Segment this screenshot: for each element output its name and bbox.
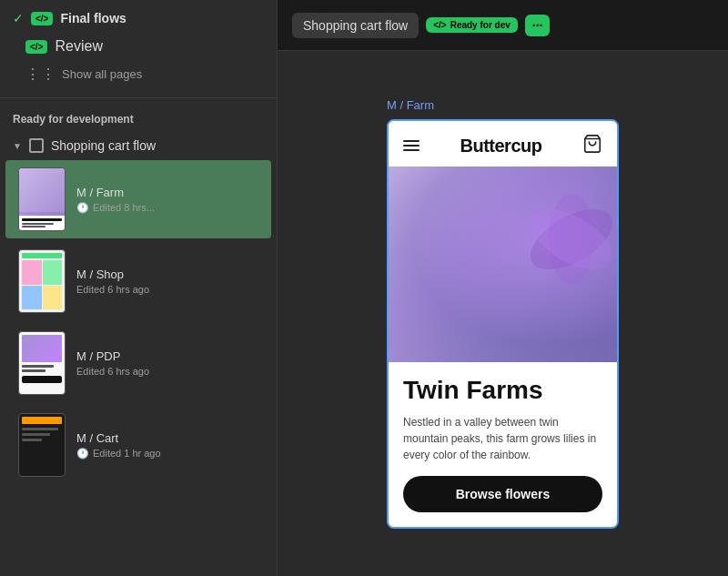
final-flows-title: Final flows: [60, 11, 126, 25]
thumb-cart-line-2: [22, 433, 50, 436]
thumb-pdp-img: [22, 335, 62, 362]
thumb-pdp-line-1: [22, 365, 54, 368]
final-flows-section: ✓ </> Final flows: [0, 0, 277, 33]
hamburger-menu-icon[interactable]: [403, 140, 420, 151]
brand-name: Buttercup: [460, 136, 542, 157]
more-options-button[interactable]: ···: [525, 15, 551, 36]
show-all-pages-label: Show all pages: [62, 67, 142, 81]
page-info-cart: M / Cart 🕐 Edited 1 hr ago: [76, 431, 161, 460]
edit-clock-icon: 🕐: [76, 202, 89, 214]
page-info-shop: M / Shop Edited 6 hrs ago: [76, 268, 149, 295]
flow-name-button[interactable]: Shopping cart flow: [292, 13, 419, 38]
dots-icon: ⋮⋮: [25, 66, 56, 83]
thumbnail-shop: [18, 249, 66, 313]
browse-flowers-button[interactable]: Browse flowers: [403, 476, 602, 512]
page-item-shop[interactable]: M / Shop Edited 6 hrs ago: [5, 242, 271, 320]
page-name-cart: M / Cart: [76, 431, 161, 445]
flow-row[interactable]: ▼ Shopping cart flow: [0, 133, 277, 158]
phone-frame: Buttercup: [387, 119, 619, 529]
cart-icon[interactable]: [582, 134, 602, 157]
canvas-wrapper: M / Farm Buttercup: [387, 98, 619, 529]
thumb-cart-line-1: [22, 428, 58, 430]
thumb-cart-line-3: [22, 439, 42, 441]
page-name-farm: M / Farm: [76, 186, 155, 199]
farm-desc: Nestled in a valley between twin mountai…: [403, 414, 602, 463]
hamburger-line-1: [403, 140, 420, 142]
hero-image: [389, 167, 617, 362]
expand-arrow-icon: ▼: [13, 141, 22, 151]
topbar: Shopping cart flow </> Ready for dev ···: [278, 0, 728, 51]
phone-header: Buttercup: [389, 121, 617, 167]
flow-label: Shopping cart flow: [51, 138, 156, 153]
thumbnail-pdp: [18, 331, 66, 395]
sidebar-item-review[interactable]: </> Review: [0, 33, 277, 60]
page-meta-shop: Edited 6 hrs ago: [76, 284, 149, 295]
thumbnail-farm: [18, 167, 66, 231]
code-badge: </>: [31, 12, 53, 25]
thumb-pdp-line-2: [22, 369, 46, 372]
page-meta-farm: 🕐 Edited 8 hrs...: [76, 202, 155, 214]
page-item-cart[interactable]: M / Cart 🕐 Edited 1 hr ago: [5, 406, 271, 484]
page-name-pdp: M / PDP: [76, 349, 149, 363]
page-item-farm[interactable]: M / Farm 🕐 Edited 8 hrs...: [5, 160, 271, 238]
sidebar: ✓ </> Final flows </> Review ⋮⋮ Show all…: [0, 0, 278, 576]
review-label: Review: [55, 38, 102, 55]
page-item-pdp[interactable]: M / PDP Edited 6 hrs ago: [5, 324, 271, 402]
ready-for-dev-label: Ready for development: [0, 102, 277, 133]
page-meta-pdp: Edited 6 hrs ago: [76, 366, 149, 377]
ready-for-dev-badge[interactable]: </> Ready for dev: [426, 17, 518, 33]
code-icon: </>: [433, 20, 446, 30]
divider: [0, 97, 277, 98]
thumb-shop-bar: [22, 253, 62, 258]
main-area: Shopping cart flow </> Ready for dev ···…: [278, 0, 728, 576]
page-meta-cart: 🕐 Edited 1 hr ago: [76, 448, 161, 460]
checkmark-icon: ✓: [13, 11, 24, 25]
hamburger-line-2: [403, 145, 420, 147]
page-info-farm: M / Farm 🕐 Edited 8 hrs...: [76, 186, 155, 214]
farm-title: Twin Farms: [403, 377, 602, 405]
frame-icon: [29, 138, 44, 153]
review-code-badge: </>: [25, 40, 47, 54]
info-card: Twin Farms Nestled in a valley between t…: [389, 362, 617, 527]
hamburger-line-3: [403, 149, 420, 151]
thumb-shop-grid: [22, 260, 62, 309]
frame-label: M / Farm: [387, 98, 434, 112]
page-name-shop: M / Shop: [76, 268, 149, 281]
thumb-farm-content: [19, 216, 65, 230]
page-info-pdp: M / PDP Edited 6 hrs ago: [76, 349, 149, 377]
canvas-area: M / Farm Buttercup: [278, 51, 728, 576]
ready-badge-label: Ready for dev: [450, 20, 511, 30]
show-all-pages[interactable]: ⋮⋮ Show all pages: [0, 60, 277, 94]
thumbnail-cart: [18, 413, 66, 477]
edit-clock-icon-cart: 🕐: [76, 448, 89, 460]
thumb-cart-header: [22, 417, 62, 424]
thumb-pdp-btn: [22, 376, 62, 383]
